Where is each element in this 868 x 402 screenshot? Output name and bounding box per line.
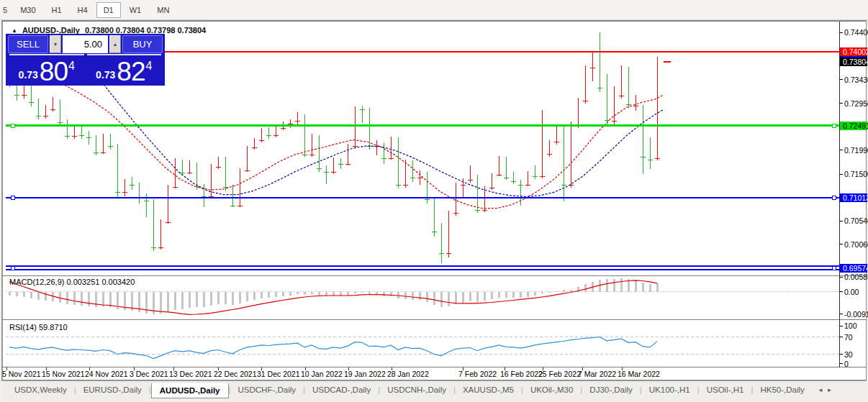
chart-tab-dj30[interactable]: DJ30-,Daily bbox=[582, 383, 639, 396]
date-axis-label: 24 Nov 2021 bbox=[85, 370, 128, 378]
buy-price-big: 82 bbox=[117, 60, 145, 84]
price-axis-label: 0.71990 bbox=[844, 146, 868, 155]
macd-axis-label: 0.00 bbox=[844, 288, 859, 296]
timeframe-button-h4[interactable]: H4 bbox=[71, 2, 95, 18]
chart-tab-usdcad[interactable]: USDCAD-,Daily bbox=[305, 383, 378, 396]
date-axis-label: 16 Feb 2022 bbox=[500, 370, 543, 378]
date-axis-label: 15 Nov 2021 bbox=[42, 370, 85, 378]
timeframe-button-5[interactable]: 5 bbox=[1, 2, 12, 18]
one-click-trade-panel: SELL ▼ 5.00 ▲ BUY 0.73 80 4 0.73 82 4 bbox=[6, 34, 165, 86]
rsi-axis-label: 70 bbox=[844, 333, 853, 342]
price-axis-label: 0.71500 bbox=[844, 170, 868, 178]
date-axis-label: 19 Jan 2022 bbox=[344, 370, 386, 378]
price-axis-label: 0.72950 bbox=[844, 99, 868, 108]
sell-price[interactable]: 0.73 80 4 bbox=[9, 54, 84, 86]
buy-price-prefix: 0.73 bbox=[96, 69, 115, 81]
chart-tab-uk100[interactable]: UK100-,H1 bbox=[642, 383, 697, 396]
price-badge: 0.71013 bbox=[840, 193, 867, 202]
chart-tab-eurusd[interactable]: EURUSD-,Daily bbox=[76, 383, 149, 396]
timeframe-button-w1[interactable]: W1 bbox=[122, 2, 149, 18]
chart-tab-usoil[interactable]: USOil-,H1 bbox=[700, 383, 751, 396]
chart-tab-hk50[interactable]: HK50-,Daily bbox=[753, 383, 811, 396]
rsi-axis-label: 0 bbox=[844, 360, 849, 368]
buy-price-sup: 4 bbox=[146, 60, 153, 73]
volume-decrease-button[interactable]: ▼ bbox=[50, 35, 61, 53]
sell-price-sup: 4 bbox=[68, 60, 75, 73]
tab-scroll-right-icon[interactable]: ▸ bbox=[828, 386, 831, 393]
tab-scroll-left-icon[interactable]: ◂ bbox=[819, 386, 823, 393]
date-axis-label: 7 Feb 2022 bbox=[458, 370, 497, 378]
timeframe-button-h1[interactable]: H1 bbox=[45, 2, 69, 18]
price-axis-label: 0.70540 bbox=[844, 216, 868, 225]
volume-increase-button[interactable]: ▲ bbox=[109, 35, 121, 53]
date-axis-label: 13 Dec 2021 bbox=[169, 370, 212, 378]
arrow-down-icon: ▼ bbox=[53, 42, 58, 47]
price-axis-label: 0.70060 bbox=[844, 240, 868, 249]
date-axis-label: 25 Feb 2022 bbox=[538, 370, 581, 378]
date-axis-label: 22 Dec 2021 bbox=[214, 370, 257, 378]
rsi-indicator-label: RSI(14) 59.8710 bbox=[9, 323, 68, 332]
timeframe-button-m30[interactable]: M30 bbox=[13, 2, 42, 18]
date-axis-label: 31 Dec 2021 bbox=[257, 370, 300, 378]
chart-tab-audusd[interactable]: AUDUSD-,Daily bbox=[151, 383, 229, 398]
timeframe-button-mn[interactable]: MN bbox=[150, 2, 176, 18]
tab-scroll-nav: ◂▸ bbox=[819, 383, 831, 393]
buy-price[interactable]: 0.73 82 4 bbox=[87, 54, 162, 86]
chart-tab-xauusd[interactable]: XAUUSD-,M5 bbox=[456, 383, 521, 396]
date-axis-label: 10 Jan 2022 bbox=[301, 370, 343, 378]
arrow-up-icon: ▲ bbox=[113, 42, 118, 47]
date-axis-label: 16 Mar 2022 bbox=[618, 370, 660, 378]
sell-price-prefix: 0.73 bbox=[19, 69, 38, 81]
timeframe-toolbar: 5M30H1H4D1W1MN bbox=[0, 0, 868, 20]
chart-tab-usdchf[interactable]: USDCHF-,Daily bbox=[231, 383, 304, 396]
price-badge: 0.73804 bbox=[840, 58, 867, 66]
price-badge: 0.74002 bbox=[840, 47, 867, 56]
chart-tab-usdcnh[interactable]: USDCNH-,Daily bbox=[380, 383, 453, 396]
chart-tab-usdx[interactable]: USDX,Weekly bbox=[7, 383, 74, 396]
timeframe-button-d1[interactable]: D1 bbox=[96, 2, 121, 18]
price-badge: 0.69574 bbox=[840, 264, 867, 273]
sell-button[interactable]: SELL bbox=[8, 35, 48, 53]
date-axis-label: 3 Dec 2021 bbox=[130, 370, 168, 378]
chart-tab-bar: USDX,Weekly|EURUSD-,Daily|AUDUSD-,Daily|… bbox=[1, 380, 867, 402]
sell-price-big: 80 bbox=[40, 60, 68, 84]
rsi-axis-label: 30 bbox=[844, 350, 853, 359]
rsi-axis-label: 100 bbox=[844, 321, 857, 330]
volume-input[interactable]: 5.00 bbox=[63, 35, 108, 53]
macd-axis-label: -0.00918 bbox=[844, 310, 868, 319]
macd-axis-label: 0.00585 bbox=[844, 273, 868, 281]
chart-tab-ukoil[interactable]: UKOil-,M30 bbox=[523, 383, 580, 396]
buy-button[interactable]: BUY bbox=[122, 35, 163, 53]
date-axis-label: 5 Nov 2021 bbox=[2, 370, 41, 378]
price-axis-label: 0.73430 bbox=[844, 76, 868, 84]
date-axis-label: 7 Mar 2022 bbox=[578, 370, 616, 378]
date-axis-label: 28 Jan 2022 bbox=[387, 370, 429, 378]
collapse-arrow-icon[interactable]: ▲ bbox=[12, 27, 17, 34]
macd-indicator-label: MACD(12,26,9) 0.003251 0.003420 bbox=[9, 278, 135, 286]
price-badge: 0.72491 bbox=[840, 122, 867, 130]
price-axis-label: 0.74400 bbox=[844, 28, 868, 37]
